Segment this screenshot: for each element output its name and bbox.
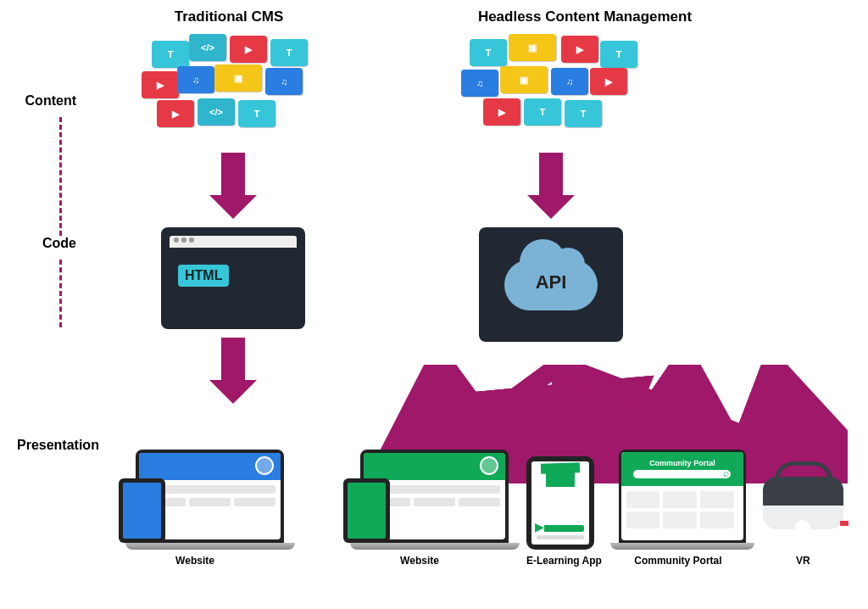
tile-video-icon: ▶ [157, 100, 194, 127]
device-website-green: Website [360, 450, 509, 567]
graduation-cap-icon [546, 470, 575, 487]
arrow-head-icon [209, 380, 257, 404]
tile-image-icon: ▣ [500, 66, 548, 93]
api-box: API [479, 227, 623, 342]
tile-text-icon: T [600, 41, 637, 68]
device-website-blue: Website [136, 450, 285, 567]
content-cluster-right: T ▣ ▶ T ♫ ▣ ♫ ▶ ▶ T T [466, 34, 636, 136]
vr-headset-icon [763, 477, 843, 529]
tile-image-icon: ▣ [214, 64, 262, 92]
device-vr: VR [763, 477, 843, 567]
tile-text-icon: T [270, 39, 308, 66]
globe-icon [480, 456, 498, 475]
tile-text-icon: T [470, 39, 507, 66]
device-community-portal: Community Portal Community Portal [619, 450, 746, 567]
device-elearning: E-Learning App [526, 456, 602, 567]
browser-bar-icon [170, 236, 297, 248]
arrow-down-icon [221, 153, 245, 195]
devices-right: Website E-Learning App Community Portal [360, 450, 843, 567]
tile-music-icon: ♫ [551, 68, 588, 95]
tile-music-icon: ♫ [461, 70, 498, 97]
arrow-head-icon [527, 195, 575, 219]
tile-text-icon: T [565, 100, 602, 127]
devices-left: Website [136, 450, 285, 567]
tile-music-icon: ♫ [265, 68, 303, 95]
device-label: E-Learning App [526, 555, 602, 567]
html-render-box: HTML [161, 227, 305, 329]
cloud-icon: API [504, 260, 598, 310]
tile-text-icon: T [152, 41, 189, 68]
arrow-head-icon [209, 195, 257, 219]
tile-video-icon: ▶ [590, 68, 627, 95]
tile-code-icon: </> [198, 98, 235, 126]
device-label: Website [360, 555, 479, 567]
tile-video-icon: ▶ [483, 98, 520, 126]
header-headless: Headless Content Management [458, 8, 712, 25]
arrow-down-icon [221, 338, 245, 380]
device-label: Website [136, 555, 254, 567]
portal-title: Community Portal [649, 459, 715, 467]
device-label: VR [763, 555, 843, 567]
search-icon [633, 470, 731, 478]
label-presentation: Presentation [17, 438, 76, 453]
tile-image-icon: ▣ [509, 34, 556, 61]
header-traditional: Traditional CMS [119, 8, 339, 25]
headless-cms-column: T ▣ ▶ T ♫ ▣ ♫ ▶ ▶ T T API [364, 34, 839, 350]
html-badge: HTML [178, 265, 229, 287]
traditional-cms-column: T </> ▶ T ▶ ♫ ▣ ♫ ▶ </> T HTML [34, 34, 339, 404]
tile-video-icon: ▶ [561, 36, 598, 63]
cms-architecture-diagram: Traditional CMS Headless Content Managem… [0, 0, 868, 609]
tile-video-icon: ▶ [142, 71, 179, 98]
globe-icon [255, 456, 274, 475]
tile-text-icon: T [238, 100, 275, 127]
play-bar-icon [537, 525, 584, 532]
arrow-down-icon [539, 153, 563, 195]
tile-text-icon: T [524, 98, 561, 126]
tile-code-icon: </> [189, 34, 226, 61]
content-cluster-left: T </> ▶ T ▶ ♫ ▣ ♫ ▶ </> T [148, 34, 318, 136]
tile-music-icon: ♫ [177, 66, 214, 93]
tile-video-icon: ▶ [230, 36, 267, 63]
api-label: API [504, 271, 598, 293]
device-label: Community Portal [619, 555, 737, 567]
